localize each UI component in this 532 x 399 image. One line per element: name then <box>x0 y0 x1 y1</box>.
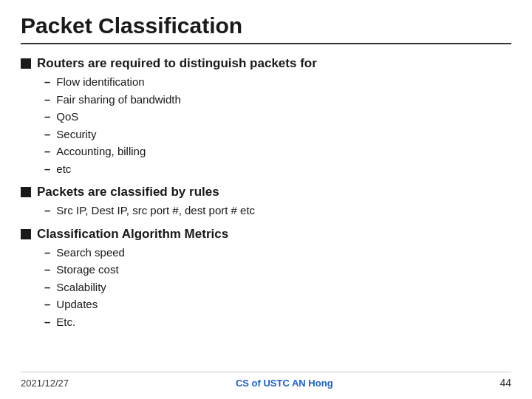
sub-item-text: Security <box>56 126 96 143</box>
bullet-classification-text: Classification Algorithm Metrics <box>37 227 228 242</box>
dash-icon: – <box>44 109 50 126</box>
dash-icon: – <box>44 74 50 91</box>
sub-item-text: Storage cost <box>56 262 118 279</box>
sub-item-text: Scalability <box>56 279 106 296</box>
list-item: – Accounting, billing <box>44 143 511 160</box>
list-item: – Etc. <box>44 314 511 331</box>
sub-item-text: QoS <box>56 109 78 126</box>
sub-item-text: Flow identification <box>56 74 144 91</box>
sub-item-text: etc <box>56 161 71 178</box>
list-item: – Scalability <box>44 279 511 296</box>
dash-icon: – <box>44 92 50 109</box>
sub-item-text: Etc. <box>56 314 75 331</box>
dash-icon: – <box>44 126 50 143</box>
list-item: – Storage cost <box>44 262 511 279</box>
section-routers: Routers are required to distinguish pack… <box>21 56 511 177</box>
slide-footer: 2021/12/27 CS of USTC AN Hong 44 <box>21 372 511 389</box>
bullet-packets: Packets are classified by rules <box>21 185 511 200</box>
dash-icon: – <box>44 202 50 219</box>
bullet-packets-text: Packets are classified by rules <box>37 185 219 200</box>
sub-item-text: Updates <box>56 296 98 313</box>
list-item: – QoS <box>44 109 511 126</box>
list-item: – Fair sharing of bandwidth <box>44 92 511 109</box>
footer-institution: CS of USTC AN Hong <box>236 378 333 389</box>
dash-icon: – <box>44 314 50 331</box>
footer-date: 2021/12/27 <box>21 378 69 389</box>
sub-item-text: Search speed <box>56 245 125 262</box>
slide: Packet Classification Routers are requir… <box>0 0 532 399</box>
bullet-square-icon <box>21 229 31 239</box>
list-item: – Src IP, Dest IP, src port #, dest port… <box>44 202 511 219</box>
dash-icon: – <box>44 143 50 160</box>
section-packets: Packets are classified by rules – Src IP… <box>21 185 511 219</box>
list-item: – Flow identification <box>44 74 511 91</box>
dash-icon: – <box>44 245 50 262</box>
list-item: – etc <box>44 161 511 178</box>
list-item: – Search speed <box>44 245 511 262</box>
slide-content: Routers are required to distinguish pack… <box>21 50 511 372</box>
bullet-routers-text: Routers are required to distinguish pack… <box>37 56 317 71</box>
sub-item-text: Src IP, Dest IP, src port #, dest port #… <box>56 202 255 219</box>
section-classification: Classification Algorithm Metrics – Searc… <box>21 227 511 331</box>
dash-icon: – <box>44 161 50 178</box>
sub-list-classification: – Search speed – Storage cost – Scalabil… <box>44 245 511 331</box>
bullet-square-icon <box>21 58 31 69</box>
slide-title: Packet Classification <box>21 13 511 44</box>
dash-icon: – <box>44 296 50 313</box>
bullet-routers: Routers are required to distinguish pack… <box>21 56 511 71</box>
sub-list-packets: – Src IP, Dest IP, src port #, dest port… <box>44 202 511 219</box>
list-item: – Security <box>44 126 511 143</box>
sub-list-routers: – Flow identification – Fair sharing of … <box>44 74 511 177</box>
bullet-square-icon <box>21 187 31 197</box>
dash-icon: – <box>44 279 50 296</box>
footer-page-number: 44 <box>499 377 511 389</box>
sub-item-text: Fair sharing of bandwidth <box>56 92 180 109</box>
bullet-classification: Classification Algorithm Metrics <box>21 227 511 242</box>
sub-item-text: Accounting, billing <box>56 143 146 160</box>
dash-icon: – <box>44 262 50 279</box>
list-item: – Updates <box>44 296 511 313</box>
